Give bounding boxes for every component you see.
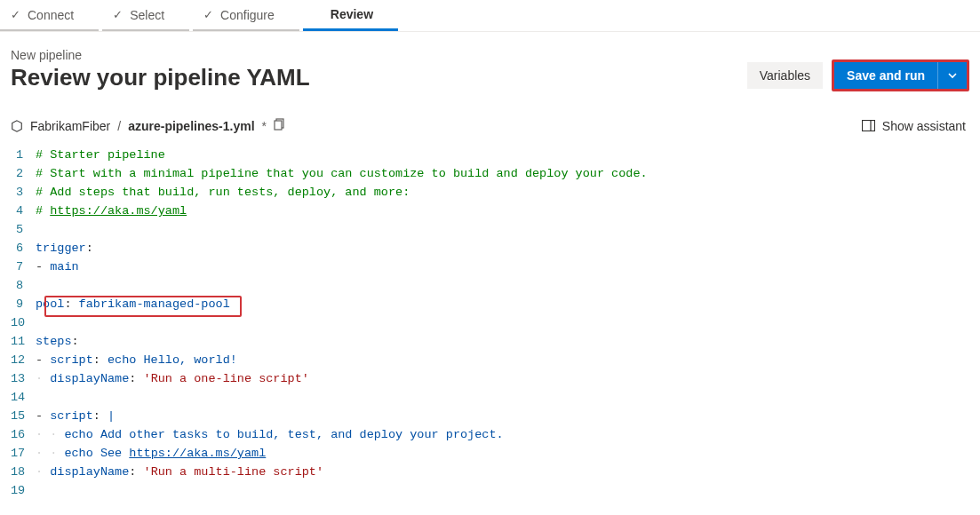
svg-rect-2 [862, 121, 874, 131]
breadcrumb-sep: / [117, 119, 121, 133]
code-content[interactable] [36, 313, 969, 332]
header-actions: Variables Save and run [747, 59, 969, 91]
save-and-run-button[interactable]: Save and run [834, 62, 937, 89]
code-line[interactable]: 3# Add steps that build, run tests, depl… [11, 183, 969, 202]
page-subtitle: New pipeline [11, 48, 310, 62]
check-icon: ✓ [203, 8, 213, 21]
code-content[interactable]: # Start with a minimal pipeline that you… [36, 164, 969, 183]
code-line[interactable]: 15- script: | [11, 407, 969, 425]
code-content[interactable]: pool: fabrikam-managed-pool [36, 295, 969, 313]
check-icon: ✓ [113, 8, 123, 21]
step-label: Configure [220, 8, 275, 22]
code-line[interactable]: 4# https://aka.ms/yaml [11, 202, 969, 220]
line-number: 7 [11, 258, 36, 276]
code-line[interactable]: 17· · echo See https://aka.ms/yaml [11, 444, 969, 463]
line-number: 19 [11, 481, 36, 500]
code-line[interactable]: 6trigger: [11, 239, 969, 258]
code-line[interactable]: 12- script: echo Hello, world! [11, 351, 969, 369]
line-number: 15 [11, 407, 36, 425]
show-assistant-label: Show assistant [882, 119, 966, 133]
line-number: 18 [11, 463, 36, 481]
repo-name[interactable]: FabrikamFiber [30, 119, 110, 133]
line-number: 9 [11, 295, 36, 313]
code-line[interactable]: 18· displayName: 'Run a multi-line scrip… [11, 463, 969, 481]
code-content[interactable]: # https://aka.ms/yaml [36, 202, 969, 220]
line-number: 1 [11, 146, 36, 164]
line-number: 2 [11, 164, 36, 183]
show-assistant-button[interactable]: Show assistant [862, 119, 966, 133]
editor-wrap: 1# Starter pipeline2# Start with a minim… [0, 140, 980, 500]
line-number: 8 [11, 276, 36, 295]
line-number: 10 [11, 313, 36, 332]
code-content[interactable]: steps: [36, 332, 969, 351]
step-connect[interactable]: ✓ Connect [0, 0, 99, 31]
panel-icon [862, 120, 875, 131]
code-line[interactable]: 14 [11, 388, 969, 407]
save-and-run-dropdown[interactable] [937, 62, 967, 89]
line-number: 4 [11, 202, 36, 220]
variables-button[interactable]: Variables [747, 62, 823, 89]
code-content[interactable]: # Add steps that build, run tests, deplo… [36, 183, 969, 202]
line-number: 17 [11, 444, 36, 463]
repo-icon [11, 120, 23, 132]
step-review[interactable]: ✓ Review [303, 0, 398, 31]
code-line[interactable]: 13· displayName: 'Run a one-line script' [11, 369, 969, 388]
line-number: 14 [11, 388, 36, 407]
step-select[interactable]: ✓ Select [102, 0, 189, 31]
code-content[interactable]: · · echo Add other tasks to build, test,… [36, 425, 969, 444]
code-line[interactable]: 11steps: [11, 332, 969, 351]
code-content[interactable]: · displayName: 'Run a multi-line script' [36, 463, 969, 481]
step-label: Connect [28, 8, 74, 22]
line-number: 6 [11, 239, 36, 258]
line-number: 5 [11, 220, 36, 239]
line-number: 11 [11, 332, 36, 351]
code-line[interactable]: 19 [11, 481, 969, 500]
chevron-down-icon [947, 70, 958, 81]
code-content[interactable] [36, 481, 969, 500]
code-line[interactable]: 10 [11, 313, 969, 332]
save-run-group: Save and run [832, 59, 969, 91]
code-content[interactable]: - main [36, 258, 969, 276]
code-line[interactable]: 8 [11, 276, 969, 295]
copy-icon[interactable] [274, 118, 286, 133]
code-line[interactable]: 7- main [11, 258, 969, 276]
dirty-marker: * [262, 119, 267, 133]
code-line[interactable]: 16· · echo Add other tasks to build, tes… [11, 425, 969, 444]
line-number: 13 [11, 369, 36, 388]
file-bar: FabrikamFiber / azure-pipelines-1.yml * … [0, 102, 980, 140]
breadcrumb: FabrikamFiber / azure-pipelines-1.yml * [11, 118, 286, 133]
code-content[interactable]: · displayName: 'Run a one-line script' [36, 369, 969, 388]
line-number: 16 [11, 425, 36, 444]
code-content[interactable]: trigger: [36, 239, 969, 258]
page-header: New pipeline Review your pipeline YAML V… [0, 32, 980, 102]
code-content[interactable]: - script: | [36, 407, 969, 425]
page-title: Review your pipeline YAML [11, 64, 310, 91]
code-content[interactable]: · · echo See https://aka.ms/yaml [36, 444, 969, 463]
titles: New pipeline Review your pipeline YAML [11, 48, 310, 91]
file-name: azure-pipelines-1.yml [128, 119, 254, 133]
svg-rect-1 [275, 121, 282, 130]
code-content[interactable]: - script: echo Hello, world! [36, 351, 969, 369]
step-label: Select [130, 8, 164, 22]
wizard-steps: ✓ Connect ✓ Select ✓ Configure ✓ Review [0, 0, 980, 32]
code-line[interactable]: 5 [11, 220, 969, 239]
yaml-editor[interactable]: 1# Starter pipeline2# Start with a minim… [0, 140, 980, 500]
code-content[interactable]: # Starter pipeline [36, 146, 969, 164]
line-number: 12 [11, 351, 36, 369]
code-content[interactable] [36, 276, 969, 295]
line-number: 3 [11, 183, 36, 202]
check-icon: ✓ [11, 8, 20, 21]
code-line[interactable]: 9pool: fabrikam-managed-pool [11, 295, 969, 313]
step-label: Review [331, 7, 373, 21]
code-content[interactable] [36, 388, 969, 407]
code-line[interactable]: 1# Starter pipeline [11, 146, 969, 164]
step-configure[interactable]: ✓ Configure [193, 0, 299, 31]
code-line[interactable]: 2# Start with a minimal pipeline that yo… [11, 164, 969, 183]
code-content[interactable] [36, 220, 969, 239]
